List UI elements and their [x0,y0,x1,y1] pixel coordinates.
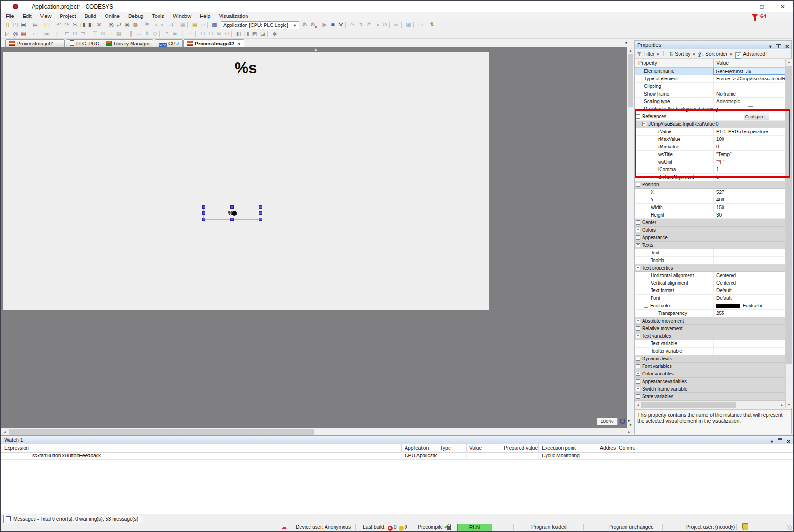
property-value[interactable]: Frame -> JCmpVisuBasic.InputRealValue [713,75,785,82]
next-bookmark-icon[interactable]: ⇥ [151,21,159,29]
resize-handle[interactable] [259,205,262,209]
expand-icon[interactable]: + [636,228,640,232]
align-right-icon[interactable]: ⊐ [79,30,87,38]
resize-grip[interactable] [787,525,792,530]
menu-file[interactable]: File [1,12,18,20]
property-row[interactable]: iComma1 [635,166,785,174]
property-value[interactable]: Anisotropic [713,98,785,105]
property-row[interactable]: +Appearance [635,234,785,242]
filter-icon[interactable] [637,52,642,56]
expand-icon[interactable]: + [636,364,640,368]
magnifier-icon[interactable] [619,418,626,424]
property-value[interactable]: Default [713,287,785,294]
step-over-icon[interactable]: ↷ [349,21,357,29]
open-project-icon[interactable]: ◰ [11,21,19,29]
toggle-breakpoint-icon[interactable]: ⚒ [337,21,345,29]
redo-icon[interactable]: ↷ [63,21,71,29]
menu-debug[interactable]: Debug [124,12,148,20]
panel-close-icon[interactable]: ✕ [785,44,789,49]
maximize-button[interactable]: □ [754,2,770,11]
force-values-icon[interactable]: ⇨ [393,21,401,29]
splitter-collapse-icon[interactable]: ▲ [314,47,318,52]
tab-list-dropdown-icon[interactable]: ▼ [624,41,628,45]
property-value[interactable] [713,219,785,226]
chevron-down-icon[interactable]: ▼ [288,22,297,29]
project-settings-icon[interactable]: ▩ [211,21,219,29]
tab-plc_prg[interactable]: PLC_PRG [66,39,103,47]
property-row[interactable]: Vertical alignmentCentered [635,279,785,287]
property-row[interactable]: Element nameGenElemInst_35 [635,68,785,75]
group-icon[interactable]: ▣ [43,30,51,38]
property-value[interactable]: 100 [713,136,785,143]
scroll-right-icon[interactable]: ► [626,429,632,435]
collapse-icon[interactable]: − [636,394,640,399]
property-row[interactable]: +Switch frame variable [635,385,785,393]
tab-cpu[interactable]: CPUCPU [155,39,183,47]
panel-menu-dropdown-icon[interactable]: ▼ [770,439,774,444]
panel-close-icon[interactable]: ✕ [787,439,791,444]
bring-forward-icon[interactable]: ◨ [243,30,251,38]
resize-handle[interactable] [259,218,262,221]
expand-icon[interactable]: + [636,220,640,225]
property-value[interactable] [713,234,785,241]
property-value[interactable]: GenElemInst_35 [713,68,785,75]
property-row[interactable]: Scaling typeAnisotropic [635,98,785,105]
property-value[interactable]: 150 [713,204,785,211]
checkbox[interactable] [748,84,753,89]
property-value[interactable] [713,385,785,392]
property-row[interactable]: Transparency255 [635,310,785,317]
login-icon[interactable]: ⚙ [301,21,309,29]
property-row[interactable]: −Text variables [635,332,785,340]
property-row[interactable]: Type of elementFrame -> JCmpVisuBasic.In… [635,75,785,83]
property-value[interactable]: 5 [713,174,785,181]
collapse-icon[interactable]: − [644,304,648,308]
previous-bookmark-icon[interactable]: ⇤ [159,21,167,29]
chevron-down-icon[interactable]: ▼ [690,52,697,57]
property-row[interactable]: −Text properties [635,264,785,272]
advanced-checkbox[interactable]: ✓ [735,52,741,59]
expand-icon[interactable]: + [636,235,640,240]
bring-to-front-icon[interactable]: ◧ [235,30,243,38]
menu-view[interactable]: View [36,12,56,20]
property-row[interactable]: +Dynamic texts [635,355,785,363]
align-bottom-icon[interactable]: ⊥ [107,30,115,38]
property-value[interactable] [713,249,785,256]
distribute-horizontal-icon[interactable]: ∥ [127,30,135,38]
property-row[interactable]: +Appearancevariables [635,378,785,385]
property-row[interactable]: Clipping [635,83,785,90]
property-row[interactable]: −Position [635,181,785,189]
property-value[interactable] [713,242,785,249]
property-value[interactable]: 400 [713,196,785,203]
property-value[interactable] [713,355,785,362]
property-row[interactable]: rValuePLC_PRG.rTemperature [635,128,785,136]
property-value[interactable] [713,83,785,90]
property-row[interactable]: Y400 [635,196,785,204]
property-value[interactable]: 0 [713,121,785,128]
property-row[interactable]: Text [635,249,785,257]
make-same-height-icon[interactable]: ⇕ [143,30,151,38]
message-count-badge[interactable]: 64 [760,13,766,19]
expand-icon[interactable]: + [636,379,640,384]
property-value[interactable] [713,363,785,370]
properties-horizontal-scrollbar[interactable]: ◄ ► [635,401,785,409]
property-row[interactable]: +Font variables [635,363,785,370]
property-row[interactable]: FontDefault [635,295,785,302]
resize-handle[interactable] [202,205,205,209]
collapse-icon[interactable]: − [642,122,646,126]
new-project-icon[interactable]: ▯ [3,21,11,29]
property-row[interactable]: Tooltip variable [635,348,785,355]
grid-visible-icon[interactable]: ⊡ [223,30,231,38]
property-row[interactable]: rMaxValue100 [635,136,785,143]
property-value[interactable]: Centered [713,279,785,287]
property-value[interactable] [713,332,785,340]
property-value[interactable] [713,325,785,332]
property-row[interactable]: −Texts [635,242,785,249]
expand-icon[interactable]: + [636,387,640,391]
property-row[interactable]: Horizontal alignmentCentered [635,272,785,279]
menu-project[interactable]: Project [55,12,80,20]
watch-column-preparedvalue[interactable]: Prepared value [501,444,538,452]
scroll-right-icon[interactable]: ► [779,402,785,408]
watch-column-expression[interactable]: Expression [1,444,401,452]
pin-icon[interactable] [778,438,782,443]
collapse-icon[interactable]: − [636,183,640,187]
